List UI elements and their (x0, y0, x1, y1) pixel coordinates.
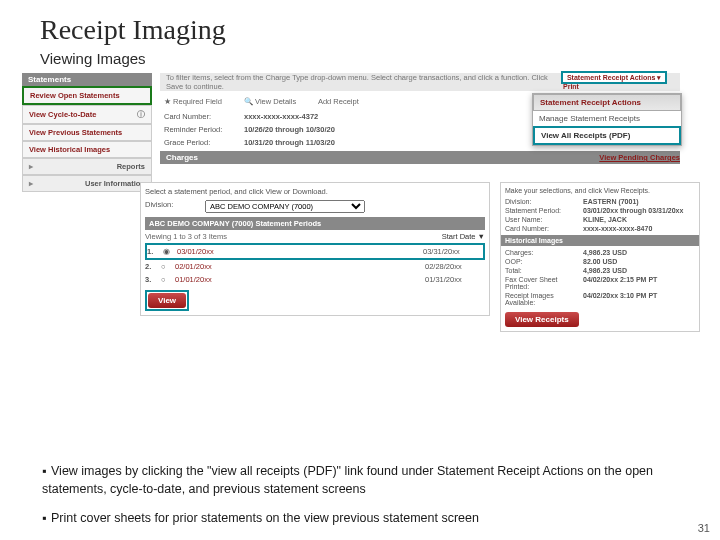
total-value: 4,986.23 USD (583, 267, 695, 274)
sidebar-label: Reports (117, 162, 145, 171)
sidebar: Statements Review Open Statements View C… (22, 73, 152, 192)
division-value: EASTERN (7001) (583, 198, 695, 205)
oop-label: OOP: (505, 258, 583, 265)
period-row[interactable]: 3.○01/01/20xx01/31/20xx (145, 273, 485, 286)
period-row[interactable]: 1.◉03/01/20xx03/31/20xx (145, 243, 485, 260)
chevron-right-icon: ▸ (29, 162, 33, 171)
view-details-button[interactable]: 🔍 View Details (244, 97, 306, 106)
sidebar-item-reports[interactable]: ▸ Reports (22, 158, 152, 175)
view-button[interactable]: View (148, 293, 186, 308)
charges-value: 4,986.23 USD (583, 249, 695, 256)
viewing-count: Viewing 1 to 3 of 3 Items (145, 232, 227, 241)
username-value: KLINE, JACK (583, 216, 695, 223)
sidebar-item-previous-statements[interactable]: View Previous Statements (22, 124, 152, 141)
statement-receipt-actions-menu: Statement Receipt Actions Manage Stateme… (532, 93, 682, 146)
sidebar-item-user-information[interactable]: ▸ User Information (22, 175, 152, 192)
sidebar-label: View Previous Statements (29, 128, 122, 137)
division-label: Division: (145, 200, 205, 213)
print-link[interactable]: Print (563, 83, 579, 90)
chevron-right-icon: ▸ (29, 179, 33, 188)
panel-instructions: Select a statement period, and click Vie… (145, 187, 485, 196)
total-label: Total: (505, 267, 583, 274)
menu-item-manage-receipts[interactable]: Manage Statement Receipts (533, 111, 681, 126)
oop-value: 82.00 USD (583, 258, 695, 265)
filter-text: To filter items, select from the Charge … (166, 73, 561, 91)
available-label: Receipt Images Available: (505, 292, 583, 306)
sidebar-item-historical-images[interactable]: View Historical Images (22, 141, 152, 158)
historical-images-panel: Make your selections, and click View Rec… (500, 182, 700, 332)
division-select[interactable]: ABC DEMO COMPANY (7000) (205, 200, 365, 213)
fax-label: Fax Cover Sheet Printed: (505, 276, 583, 290)
sidebar-label: User Information (85, 179, 145, 188)
sidebar-item-review-open[interactable]: Review Open Statements (22, 86, 152, 105)
view-receipts-button[interactable]: View Receipts (505, 312, 579, 327)
card-number-label: Card Number: (505, 225, 583, 232)
charges-label: Charges: (505, 249, 583, 256)
sidebar-label: View Historical Images (29, 145, 110, 154)
radio-icon[interactable]: ○ (161, 275, 175, 284)
sidebar-label: Review Open Statements (30, 91, 120, 100)
username-label: User Name: (505, 216, 583, 223)
card-number-label: Card Number: (164, 110, 244, 123)
bullet-text: View images by clicking the "view all re… (42, 464, 653, 496)
grace-period-value: 10/31/20 through 11/03/20 (244, 136, 335, 149)
radio-icon[interactable]: ○ (161, 262, 175, 271)
dropdown-header: Statement Receipt Actions (533, 94, 681, 111)
bullet-text: Print cover sheets for prior statements … (51, 511, 479, 525)
reminder-period-value: 10/26/20 through 10/30/20 (244, 123, 335, 136)
panel-instructions: Make your selections, and click View Rec… (505, 187, 695, 194)
sidebar-label: View Cycle-to-Date (29, 110, 96, 119)
card-number-value: xxxx-xxxx-xxxx-4372 (244, 110, 318, 123)
card-number-value: xxxx-xxxx-xxxx-8470 (583, 225, 695, 232)
page-subtitle: Viewing Images (40, 50, 680, 67)
page-number: 31 (698, 522, 710, 534)
sidebar-item-cycle-to-date[interactable]: View Cycle-to-Dateⓘ (22, 105, 152, 124)
grace-period-label: Grace Period: (164, 136, 244, 149)
period-row[interactable]: 2.○02/01/20xx02/28/20xx (145, 260, 485, 273)
period-label: Statement Period: (505, 207, 583, 214)
start-date-sort[interactable]: Start Date ▼ (442, 232, 485, 241)
view-pending-charges-link[interactable]: View Pending Charges (599, 153, 680, 162)
chevron-down-icon: ▾ (657, 74, 661, 81)
periods-header: ABC DEMO COMPANY (7000) Statement Period… (145, 217, 485, 230)
filter-bar: To filter items, select from the Charge … (160, 73, 680, 91)
required-field-label: ★ Required Field (164, 97, 232, 106)
info-icon: ⓘ (137, 109, 145, 120)
page-title: Receipt Imaging (40, 14, 680, 46)
menu-item-view-all-receipts-pdf[interactable]: View All Receipts (PDF) (533, 126, 681, 145)
bullet-icon: ▪ (42, 510, 51, 528)
bullet-list: ▪View images by clicking the "view all r… (0, 463, 720, 540)
statement-periods-panel: Select a statement period, and click Vie… (140, 182, 490, 316)
period-value: 03/01/20xx through 03/31/20xx (583, 207, 695, 214)
add-receipt-button[interactable]: Add Receipt (318, 97, 369, 106)
radio-icon[interactable]: ◉ (163, 247, 177, 256)
available-value: 04/02/20xx 3:10 PM PT (583, 292, 695, 306)
division-label: Division: (505, 198, 583, 205)
reminder-period-label: Reminder Period: (164, 123, 244, 136)
fax-value: 04/02/20xx 2:15 PM PT (583, 276, 695, 290)
sidebar-header-statements: Statements (22, 73, 152, 86)
historical-images-header: Historical Images (501, 235, 699, 246)
bullet-icon: ▪ (42, 463, 51, 481)
